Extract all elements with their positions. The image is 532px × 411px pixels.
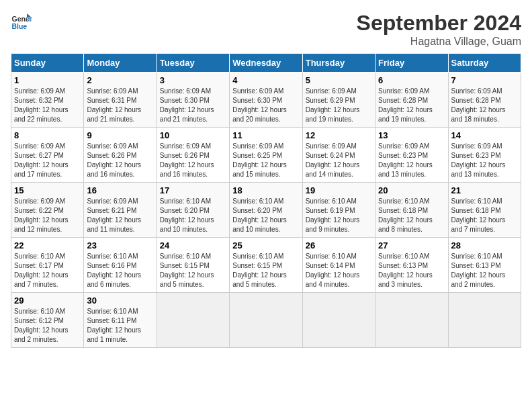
calendar-row-2: 8 Sunrise: 6:09 AMSunset: 6:27 PMDayligh…: [11, 128, 521, 183]
calendar-cell: 5 Sunrise: 6:09 AMSunset: 6:29 PMDayligh…: [302, 73, 375, 128]
day-number: 16: [87, 185, 153, 195]
day-number: 30: [87, 295, 153, 306]
calendar-cell: 24 Sunrise: 6:10 AMSunset: 6:15 PMDaylig…: [157, 238, 229, 293]
calendar-cell: 28 Sunrise: 6:10 AMSunset: 6:13 PMDaylig…: [448, 238, 521, 293]
day-info: Sunrise: 6:09 AMSunset: 6:24 PMDaylight:…: [306, 142, 372, 179]
day-number: 25: [232, 240, 299, 250]
day-info: Sunrise: 6:10 AMSunset: 6:12 PMDaylight:…: [14, 307, 81, 345]
calendar-table: Sunday Monday Tuesday Wednesday Thursday…: [11, 53, 521, 348]
logo-icon: General Blue: [11, 11, 32, 32]
day-number: 13: [378, 130, 445, 140]
day-number: 10: [160, 130, 226, 140]
day-info: Sunrise: 6:09 AMSunset: 6:28 PMDaylight:…: [451, 87, 518, 124]
day-info: Sunrise: 6:10 AMSunset: 6:18 PMDaylight:…: [378, 197, 445, 234]
calendar-cell: [230, 293, 302, 348]
day-info: Sunrise: 6:09 AMSunset: 6:31 PMDaylight:…: [87, 87, 153, 124]
day-info: Sunrise: 6:10 AMSunset: 6:13 PMDaylight:…: [451, 252, 518, 289]
day-number: 6: [378, 75, 445, 85]
calendar-cell: 17 Sunrise: 6:10 AMSunset: 6:20 PMDaylig…: [157, 183, 229, 238]
calendar-cell: 15 Sunrise: 6:09 AMSunset: 6:22 PMDaylig…: [11, 183, 84, 238]
day-number: 21: [451, 185, 518, 195]
day-number: 5: [306, 75, 372, 85]
calendar-row-4: 22 Sunrise: 6:10 AMSunset: 6:17 PMDaylig…: [11, 238, 521, 293]
col-monday: Monday: [84, 54, 157, 73]
calendar-row-5: 29 Sunrise: 6:10 AMSunset: 6:12 PMDaylig…: [11, 293, 521, 348]
logo: General Blue: [11, 11, 32, 32]
day-number: 29: [14, 295, 81, 306]
day-number: 23: [87, 240, 153, 250]
day-info: Sunrise: 6:10 AMSunset: 6:20 PMDaylight:…: [160, 197, 226, 234]
day-info: Sunrise: 6:10 AMSunset: 6:15 PMDaylight:…: [232, 252, 299, 289]
page-header: General Blue September 2024 Hagatna Vill…: [11, 11, 521, 48]
calendar-cell: 9 Sunrise: 6:09 AMSunset: 6:26 PMDayligh…: [84, 128, 157, 183]
col-tuesday: Tuesday: [157, 54, 229, 73]
calendar-cell: [302, 293, 375, 348]
svg-text:Blue: Blue: [12, 23, 28, 30]
calendar-cell: 26 Sunrise: 6:10 AMSunset: 6:14 PMDaylig…: [302, 238, 375, 293]
day-number: 24: [160, 240, 226, 250]
calendar-cell: 25 Sunrise: 6:10 AMSunset: 6:15 PMDaylig…: [230, 238, 302, 293]
title-area: September 2024 Hagatna Village, Guam: [357, 11, 521, 48]
day-info: Sunrise: 6:09 AMSunset: 6:23 PMDaylight:…: [378, 142, 445, 179]
day-info: Sunrise: 6:09 AMSunset: 6:23 PMDaylight:…: [451, 142, 518, 179]
header-row: Sunday Monday Tuesday Wednesday Thursday…: [11, 54, 521, 73]
day-number: 22: [14, 240, 81, 250]
calendar-row-1: 1 Sunrise: 6:09 AMSunset: 6:32 PMDayligh…: [11, 73, 521, 128]
day-info: Sunrise: 6:09 AMSunset: 6:29 PMDaylight:…: [306, 87, 372, 124]
day-info: Sunrise: 6:10 AMSunset: 6:13 PMDaylight:…: [378, 252, 445, 289]
day-number: 1: [14, 75, 81, 85]
calendar-cell: 11 Sunrise: 6:09 AMSunset: 6:25 PMDaylig…: [230, 128, 302, 183]
day-info: Sunrise: 6:09 AMSunset: 6:28 PMDaylight:…: [378, 87, 445, 124]
calendar-cell: 19 Sunrise: 6:10 AMSunset: 6:19 PMDaylig…: [302, 183, 375, 238]
day-number: 14: [451, 130, 518, 140]
day-number: 15: [14, 185, 81, 195]
calendar-cell: 27 Sunrise: 6:10 AMSunset: 6:13 PMDaylig…: [375, 238, 448, 293]
col-sunday: Sunday: [11, 54, 84, 73]
day-info: Sunrise: 6:09 AMSunset: 6:27 PMDaylight:…: [14, 142, 81, 179]
calendar-cell: 14 Sunrise: 6:09 AMSunset: 6:23 PMDaylig…: [448, 128, 521, 183]
day-info: Sunrise: 6:10 AMSunset: 6:14 PMDaylight:…: [306, 252, 372, 289]
calendar-cell: 10 Sunrise: 6:09 AMSunset: 6:26 PMDaylig…: [157, 128, 229, 183]
calendar-cell: [157, 293, 229, 348]
calendar-row-3: 15 Sunrise: 6:09 AMSunset: 6:22 PMDaylig…: [11, 183, 521, 238]
day-info: Sunrise: 6:09 AMSunset: 6:22 PMDaylight:…: [14, 197, 81, 234]
calendar-cell: 8 Sunrise: 6:09 AMSunset: 6:27 PMDayligh…: [11, 128, 84, 183]
day-number: 17: [160, 185, 226, 195]
col-wednesday: Wednesday: [230, 54, 302, 73]
day-number: 4: [232, 75, 299, 85]
calendar-cell: 7 Sunrise: 6:09 AMSunset: 6:28 PMDayligh…: [448, 73, 521, 128]
calendar-cell: 16 Sunrise: 6:09 AMSunset: 6:21 PMDaylig…: [84, 183, 157, 238]
calendar-cell: 29 Sunrise: 6:10 AMSunset: 6:12 PMDaylig…: [11, 293, 84, 348]
calendar-cell: 1 Sunrise: 6:09 AMSunset: 6:32 PMDayligh…: [11, 73, 84, 128]
calendar-cell: 18 Sunrise: 6:10 AMSunset: 6:20 PMDaylig…: [230, 183, 302, 238]
day-info: Sunrise: 6:09 AMSunset: 6:30 PMDaylight:…: [232, 87, 299, 124]
col-thursday: Thursday: [302, 54, 375, 73]
calendar-cell: 6 Sunrise: 6:09 AMSunset: 6:28 PMDayligh…: [375, 73, 448, 128]
day-info: Sunrise: 6:10 AMSunset: 6:15 PMDaylight:…: [160, 252, 226, 289]
calendar-cell: 20 Sunrise: 6:10 AMSunset: 6:18 PMDaylig…: [375, 183, 448, 238]
calendar-cell: 30 Sunrise: 6:10 AMSunset: 6:11 PMDaylig…: [84, 293, 157, 348]
calendar-cell: [375, 293, 448, 348]
month-title: September 2024: [357, 11, 521, 36]
day-info: Sunrise: 6:10 AMSunset: 6:19 PMDaylight:…: [306, 197, 372, 234]
calendar-cell: 2 Sunrise: 6:09 AMSunset: 6:31 PMDayligh…: [84, 73, 157, 128]
day-info: Sunrise: 6:09 AMSunset: 6:30 PMDaylight:…: [160, 87, 226, 124]
day-info: Sunrise: 6:10 AMSunset: 6:17 PMDaylight:…: [14, 252, 81, 289]
calendar-cell: 4 Sunrise: 6:09 AMSunset: 6:30 PMDayligh…: [230, 73, 302, 128]
day-info: Sunrise: 6:10 AMSunset: 6:11 PMDaylight:…: [87, 307, 153, 345]
col-saturday: Saturday: [448, 54, 521, 73]
day-info: Sunrise: 6:09 AMSunset: 6:26 PMDaylight:…: [160, 142, 226, 179]
calendar-cell: 21 Sunrise: 6:10 AMSunset: 6:18 PMDaylig…: [448, 183, 521, 238]
day-info: Sunrise: 6:09 AMSunset: 6:26 PMDaylight:…: [87, 142, 153, 179]
day-number: 2: [87, 75, 153, 85]
day-info: Sunrise: 6:09 AMSunset: 6:21 PMDaylight:…: [87, 197, 153, 234]
day-number: 7: [451, 75, 518, 85]
day-number: 19: [306, 185, 372, 195]
calendar-cell: 3 Sunrise: 6:09 AMSunset: 6:30 PMDayligh…: [157, 73, 229, 128]
day-number: 11: [232, 130, 299, 140]
day-number: 28: [451, 240, 518, 250]
day-info: Sunrise: 6:10 AMSunset: 6:18 PMDaylight:…: [451, 197, 518, 234]
day-info: Sunrise: 6:09 AMSunset: 6:32 PMDaylight:…: [14, 87, 81, 124]
calendar-cell: 23 Sunrise: 6:10 AMSunset: 6:16 PMDaylig…: [84, 238, 157, 293]
day-info: Sunrise: 6:09 AMSunset: 6:25 PMDaylight:…: [232, 142, 299, 179]
